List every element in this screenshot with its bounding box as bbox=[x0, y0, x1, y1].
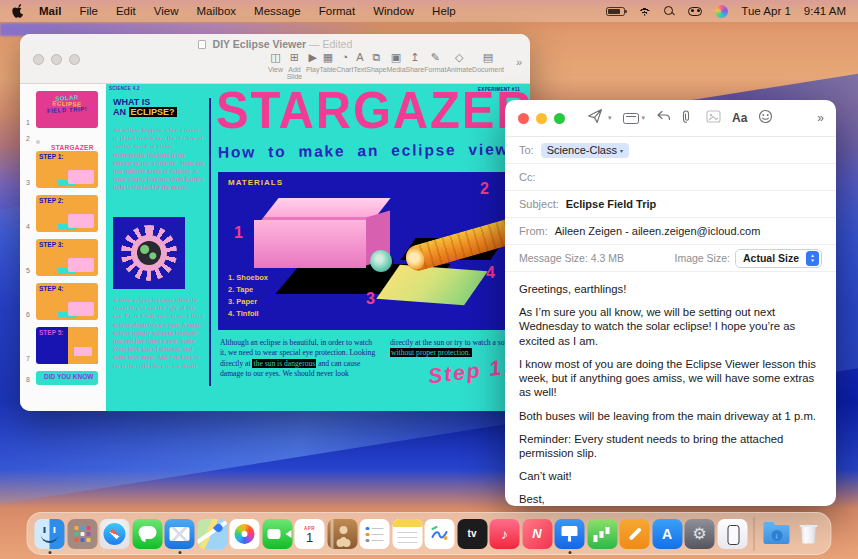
insert-photo-button[interactable] bbox=[706, 109, 721, 127]
control-center-icon[interactable] bbox=[688, 7, 702, 16]
slide-thumbnail-5[interactable]: 5 STEP 3: bbox=[20, 239, 100, 276]
from-value: Aileen Zeigen - aileen.zeigen@icloud.com bbox=[555, 225, 761, 237]
spotlight-search-icon[interactable] bbox=[664, 6, 675, 17]
chart-button[interactable]: ◔Chart bbox=[336, 51, 353, 80]
menu-item-mailbox[interactable]: Mailbox bbox=[187, 5, 245, 17]
heading-line2: AN bbox=[113, 107, 129, 117]
battery-icon[interactable] bbox=[606, 7, 625, 16]
menu-item-view[interactable]: View bbox=[145, 5, 188, 17]
document-button[interactable]: ▤Document bbox=[472, 51, 504, 80]
zoom-button[interactable] bbox=[554, 113, 565, 124]
mail-toolbar-overflow[interactable]: » bbox=[817, 111, 824, 125]
view-button[interactable]: ◫View bbox=[268, 51, 283, 80]
menu-item-format[interactable]: Format bbox=[310, 5, 364, 17]
slide-thumbnail-3[interactable]: 3 STEP 1: bbox=[20, 151, 100, 188]
slide-title: STARGAZER bbox=[216, 84, 530, 140]
menu-item-help[interactable]: Help bbox=[423, 5, 465, 17]
shape-button[interactable]: ⧉Shape bbox=[366, 51, 386, 80]
slide-thumbnail-1[interactable]: 1 SOLAR ECLIPSE FIELD TRIP! bbox=[20, 91, 100, 128]
share-icon: ↥ bbox=[406, 51, 425, 64]
subject-field[interactable]: Subject: Eclipse Field Trip bbox=[505, 191, 836, 218]
format-button[interactable]: ✎Format bbox=[424, 51, 446, 80]
slide-thumbnail-8[interactable]: 8 DID YOU KNOW bbox=[20, 371, 100, 385]
from-label: From: bbox=[519, 225, 548, 237]
slide-thumbnail-6[interactable]: 6 STEP 4: bbox=[20, 283, 100, 320]
step-1-label: Step 1 bbox=[427, 356, 504, 389]
running-indicator bbox=[178, 551, 181, 554]
view-icon: ◫ bbox=[268, 51, 283, 64]
close-button[interactable] bbox=[33, 54, 44, 65]
text-button[interactable]: AText bbox=[353, 51, 366, 80]
table-button[interactable]: ▦Table bbox=[320, 51, 337, 80]
dock-trash-icon[interactable] bbox=[794, 519, 824, 549]
shape-icon: ⧉ bbox=[366, 51, 386, 64]
slide-thumbnail-7[interactable]: 7 STEP 5: bbox=[20, 327, 100, 364]
menu-item-edit[interactable]: Edit bbox=[107, 5, 145, 17]
menu-item-file[interactable]: File bbox=[70, 5, 107, 17]
dock-safari-icon[interactable] bbox=[100, 519, 130, 549]
thumb-step-label: STEP 3: bbox=[39, 241, 63, 248]
share-button[interactable]: ↥Share bbox=[406, 51, 425, 80]
slide-thumbnail-2-selected[interactable]: 2 STARGAZER bbox=[20, 135, 100, 144]
dock-news-icon[interactable]: N bbox=[522, 519, 552, 549]
apple-menu-icon[interactable] bbox=[12, 4, 24, 18]
dock-numbers-icon[interactable] bbox=[587, 519, 617, 549]
toolbar-overflow-chevron[interactable]: » bbox=[516, 56, 522, 68]
dock-mail-icon[interactable] bbox=[165, 519, 195, 549]
dock-appstore-icon[interactable]: A bbox=[652, 519, 682, 549]
minimize-button[interactable] bbox=[51, 54, 62, 65]
dock-settings-icon[interactable]: ⚙ bbox=[685, 519, 715, 549]
dock-contacts-icon[interactable] bbox=[327, 519, 357, 549]
wifi-icon[interactable] bbox=[638, 6, 651, 16]
zoom-button[interactable] bbox=[69, 54, 80, 65]
dock-keynote-icon[interactable] bbox=[555, 519, 585, 549]
emoji-button[interactable] bbox=[758, 109, 773, 128]
slide-thumbnail-4[interactable]: 4 STEP 2: bbox=[20, 195, 100, 232]
menu-item-message[interactable]: Message bbox=[245, 5, 310, 17]
animate-button[interactable]: ◇Animate bbox=[446, 51, 472, 80]
cc-field[interactable]: Cc: bbox=[505, 164, 836, 191]
dock-facetime-icon[interactable] bbox=[262, 519, 292, 549]
message-body[interactable]: Greetings, earthlings! As I’m sure you a… bbox=[505, 272, 836, 506]
dock-reminders-icon[interactable] bbox=[360, 519, 390, 549]
dock-iphone-mirroring-icon[interactable] bbox=[717, 519, 747, 549]
dock-notes-icon[interactable] bbox=[392, 519, 422, 549]
from-field[interactable]: From: Aileen Zeigen - aileen.zeigen@iclo… bbox=[505, 218, 836, 245]
menu-item-window[interactable]: Window bbox=[364, 5, 423, 17]
add-slide-button[interactable]: ⊞Add Slide bbox=[283, 51, 306, 80]
recipient-token[interactable]: Science-Class ▾ bbox=[541, 143, 629, 158]
warning-highlight: without proper protection. bbox=[390, 348, 472, 357]
dock-freeform-icon[interactable] bbox=[425, 519, 455, 549]
dock-calendar-icon[interactable]: APR1 bbox=[295, 519, 325, 549]
siri-icon[interactable] bbox=[715, 5, 728, 18]
animate-icon: ◇ bbox=[446, 51, 472, 64]
course-tag: SCIENCE 4.2 bbox=[109, 86, 140, 91]
dock-music-icon[interactable]: ♪ bbox=[490, 519, 520, 549]
dock-maps-icon[interactable] bbox=[197, 519, 227, 549]
dock-pages-icon[interactable] bbox=[620, 519, 650, 549]
format-text-button[interactable]: Aa bbox=[732, 111, 747, 125]
dock-downloads-folder-icon[interactable]: ↓ bbox=[761, 519, 791, 549]
header-fields-button[interactable]: ▾ bbox=[623, 113, 646, 124]
play-button[interactable]: ▶Play bbox=[306, 51, 320, 80]
dock-messages-icon[interactable] bbox=[132, 519, 162, 549]
image-size-select[interactable]: Actual Size ▲ ▼ bbox=[735, 249, 822, 268]
menu-bar-clock[interactable]: 9:41 AM bbox=[804, 5, 846, 17]
attach-button[interactable] bbox=[682, 109, 695, 128]
menu-bar-date[interactable]: Tue Apr 1 bbox=[741, 5, 790, 17]
to-field[interactable]: To: Science-Class ▾ bbox=[505, 137, 836, 164]
reply-indicator-icon[interactable] bbox=[656, 109, 671, 127]
media-button[interactable]: ▣Media bbox=[386, 51, 405, 80]
dock-finder-icon[interactable] bbox=[35, 519, 65, 549]
dock-photos-icon[interactable] bbox=[230, 519, 260, 549]
document-proxy-icon[interactable] bbox=[198, 40, 206, 49]
minimize-button[interactable] bbox=[536, 113, 547, 124]
image-size-value: Actual Size bbox=[743, 252, 799, 264]
dock-appletv-icon[interactable]: tv bbox=[457, 519, 487, 549]
menu-item-mail[interactable]: Mail bbox=[30, 5, 70, 17]
slide-canvas[interactable]: SCIENCE 4.2 EXPERIMENT #11 WHAT IS AN EC… bbox=[106, 84, 530, 411]
close-button[interactable] bbox=[518, 113, 529, 124]
dock-launchpad-icon[interactable] bbox=[67, 519, 97, 549]
send-button[interactable] bbox=[587, 108, 603, 128]
send-options-chevron[interactable]: ▾ bbox=[608, 114, 612, 122]
